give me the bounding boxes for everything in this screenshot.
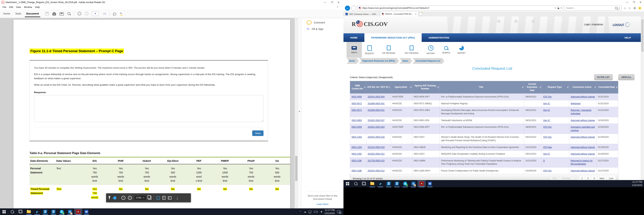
forward-button[interactable]: → [351, 6, 356, 11]
chevron-down-icon[interactable] [618, 8, 620, 9]
zoom-in-icon[interactable]: + [128, 196, 132, 200]
table-link[interactable]: Approved without change [571, 136, 595, 138]
table-link[interactable]: Gen IC [543, 153, 550, 155]
scroll-up-icon[interactable]: ⌃ [295, 19, 298, 21]
fit-width-icon[interactable] [156, 196, 160, 199]
minimize-icon[interactable]: — [324, 1, 326, 4]
search-input[interactable]: Search... [565, 6, 622, 11]
tool-search[interactable]: SEARCH [438, 42, 454, 58]
table-link[interactable]: 0920-1264 [352, 136, 362, 138]
favorites-icon[interactable]: ☆ [628, 7, 631, 10]
table-link[interactable]: Gen IC [543, 109, 550, 111]
table-link[interactable]: Approved without change [571, 169, 595, 172]
acrobat-tab-tools[interactable]: Tools [13, 10, 24, 17]
taskbar-app-word[interactable]: W [426, 180, 434, 187]
taskbar-app-skype[interactable]: S [58, 208, 66, 215]
tool-report[interactable]: REPORT [454, 42, 469, 58]
table-link[interactable]: Gen IC [543, 102, 550, 105]
page-thumbnails-icon[interactable] [148, 196, 151, 199]
scroll-up-icon[interactable]: ⌃ [641, 17, 644, 19]
tool-rcf-package[interactable]: RCF PACKAGE [400, 42, 423, 58]
table-link[interactable]: 202001-0920-012 [368, 169, 384, 172]
table-link[interactable]: Approved without change [571, 153, 595, 155]
table-link[interactable]: 202001-0920-016 [368, 136, 384, 138]
table-link[interactable]: ICR New [543, 146, 552, 148]
column-header[interactable]: ICR Ref. No / RCF ID [366, 81, 391, 94]
filter-list-button[interactable]: FILTER LIST [594, 74, 613, 80]
scroll-down-icon[interactable]: ⌄ [641, 178, 644, 180]
menu-edit[interactable]: Edit [8, 5, 14, 9]
new-tab-button[interactable] [419, 13, 422, 16]
nav-item-help[interactable]: HELP [614, 33, 641, 42]
taskbar-clock[interactable]: 12:27 PM1/31/2020 [632, 180, 642, 187]
sort-icon[interactable] [594, 86, 596, 88]
table-link[interactable]: 0920-1166 [352, 169, 362, 172]
table-link[interactable]: 201802-0920-007 [368, 119, 384, 122]
taskbar-app-file-explorer[interactable] [25, 208, 33, 215]
start-button[interactable] [0, 208, 8, 215]
taskbar-app-internet-explorer[interactable]: e [33, 208, 41, 215]
taskbar-app-acrobat-reader[interactable]: A [74, 208, 82, 215]
table-link[interactable]: ICR Chg [543, 126, 552, 128]
table-link[interactable]: 201806-0920-001 [368, 102, 384, 105]
volume-icon[interactable] [320, 211, 322, 213]
find-icon[interactable] [68, 12, 70, 15]
url-field[interactable]: https://www.rocis.gov/rocis/AgencyConclu… [358, 6, 564, 11]
page-number-input[interactable]: 4 [92, 11, 98, 16]
table-link[interactable]: ICR Chg [543, 169, 552, 172]
pagination-last[interactable]: Last [606, 176, 616, 180]
column-header[interactable]: Request Type [542, 81, 569, 94]
email-icon[interactable] [60, 13, 64, 16]
taskbar-search-button[interactable] [352, 180, 360, 187]
network-icon[interactable] [308, 211, 312, 213]
logout-link[interactable]: LOGOUT [613, 22, 630, 27]
taskbar-app-sharepoint[interactable]: S [384, 180, 393, 187]
battery-icon[interactable] [314, 211, 317, 213]
page-scrollbar[interactable]: ⌃ ⌄ [641, 17, 644, 180]
column-header[interactable]: Agency/Sub [391, 81, 412, 94]
table-link[interactable]: Approved without change [571, 146, 595, 148]
column-header[interactable]: Current Expiration Date [524, 81, 542, 94]
scrollbar-thumb[interactable] [641, 19, 644, 52]
table-link[interactable]: Improperly submitted and continue [571, 126, 595, 132]
table-link[interactable]: 202001-0923-004 [368, 96, 384, 98]
panel-item-comment[interactable]: Comment [302, 18, 344, 24]
acrobat-tab-home[interactable]: Home [1, 10, 13, 17]
table-link[interactable]: ICR Chg [543, 96, 552, 98]
table-link[interactable]: 0920-1156 [352, 159, 362, 162]
table-link[interactable]: 201806-0920-001 [368, 109, 384, 111]
restore-icon[interactable]: ❐ [331, 1, 333, 4]
highlighter-icon[interactable]: ✎ [120, 12, 124, 16]
table-link[interactable]: 0920-1283 [352, 146, 362, 148]
table-link[interactable]: 0923-0059 [352, 96, 362, 98]
breadcrumb-item[interactable]: Inbox [399, 58, 410, 64]
menu-help[interactable]: Help [34, 5, 41, 9]
table-link[interactable]: 202001-0923-003 [368, 126, 384, 128]
taskbar-app-file-explorer[interactable] [368, 180, 376, 187]
save-file-icon[interactable] [45, 12, 49, 16]
column-header[interactable]: Conclusion Action [569, 81, 596, 94]
task-view-button[interactable] [16, 208, 25, 215]
scroll-down-icon[interactable]: ⌄ [295, 206, 298, 208]
print-icon[interactable] [52, 13, 56, 16]
sort-icon[interactable] [389, 86, 390, 88]
breadcrumb-item[interactable]: Home [347, 58, 356, 64]
table-link[interactable]: Returned to Agency for Reconsideration [571, 159, 593, 165]
taskbar-app-sharepoint[interactable]: S [49, 208, 58, 215]
menu-file[interactable]: File [1, 5, 8, 9]
taskbar-clock[interactable]: 12:27 PM1/31/2020 [324, 208, 335, 215]
taskbar-app-internet-explorer[interactable]: e [376, 180, 384, 187]
table-link[interactable]: 0920-0572 [352, 102, 362, 105]
column-header[interactable]: Agency ICR Tracking Number [412, 81, 440, 94]
panel-item-fill-sign[interactable]: ✎ Fill & Sign [302, 24, 344, 31]
settings-gear-icon[interactable]: ⚙ [634, 7, 636, 10]
back-button[interactable]: ← [345, 6, 350, 11]
nav-item-administration[interactable]: ADMINISTRATION [422, 33, 456, 42]
table-link[interactable]: 0920-0572 [352, 109, 362, 111]
table-link[interactable]: Approved without change [571, 96, 595, 98]
tool-inbox[interactable]: INBOX [346, 42, 362, 58]
onedrive-icon[interactable]: ☁ [304, 210, 306, 213]
start-button[interactable] [344, 180, 352, 187]
feedback-smiley-icon[interactable] [638, 7, 641, 10]
read-mode-icon[interactable]: ↑ [177, 196, 178, 199]
